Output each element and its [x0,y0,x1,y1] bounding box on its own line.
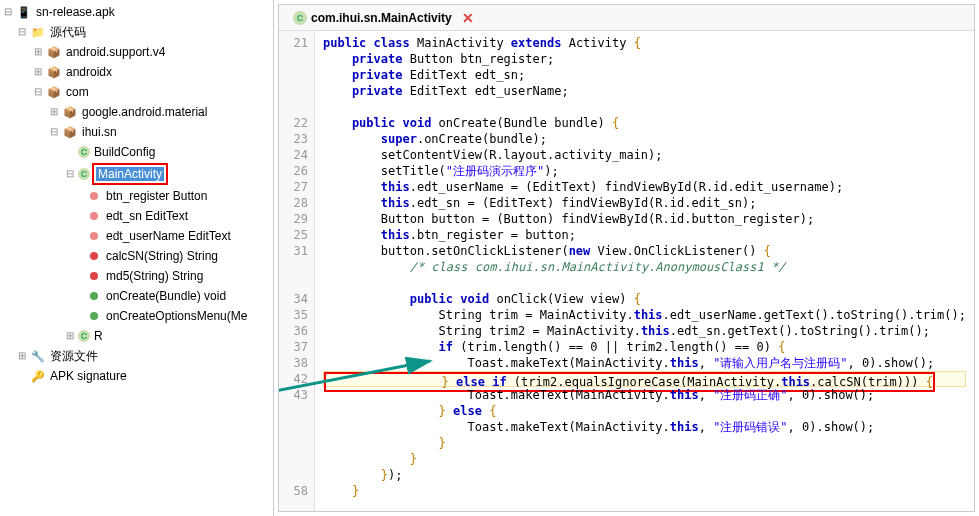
line-number: 38 [279,355,308,371]
code-line[interactable]: this.edt_userName = (EditText) findViewB… [323,179,966,195]
line-number [279,83,308,99]
toggle-icon[interactable]: ⊞ [16,347,28,365]
code-line[interactable]: Toast.makeText(MainActivity.this, "请输入用户… [323,355,966,371]
tree-source[interactable]: ⊟ 📁 源代码 [0,22,273,42]
toggle-icon[interactable]: ⊟ [48,123,60,141]
code-body[interactable]: public class MainActivity extends Activi… [315,31,974,511]
code-line[interactable]: private Button btn_register; [323,51,966,67]
code-line[interactable]: private EditText edt_userName; [323,83,966,99]
highlight-box: MainActivity [92,163,168,185]
tab-mainactivity[interactable]: C com.ihui.sn.MainActivity ✕ [287,8,480,28]
code-line[interactable]: setTitle("注册码演示程序"); [323,163,966,179]
tree-label: btn_register Button [104,187,209,205]
code-line[interactable]: if (trim.length() == 0 || trim2.length()… [323,339,966,355]
tree-pkg[interactable]: ⊞ 📦 google.android.material [0,102,273,122]
toggle-icon[interactable]: ⊟ [32,83,44,101]
code-line[interactable]: String trim2 = MainActivity.this.edt_sn.… [323,323,966,339]
tab-label: com.ihui.sn.MainActivity [311,11,452,25]
code-line[interactable] [323,99,966,115]
method-icon [86,268,102,284]
toggle-icon[interactable]: ⊟ [16,23,28,41]
tree-label: md5(String) String [104,267,205,285]
tree-method[interactable]: onCreate(Bundle) void [0,286,273,306]
tree-class[interactable]: ⊞ C R [0,326,273,346]
code-line[interactable]: } [323,451,966,467]
package-icon: 📦 [62,104,78,120]
code-line[interactable]: this.edt_sn = (EditText) findViewById(R.… [323,195,966,211]
tree-label: 源代码 [48,23,88,41]
tree-method[interactable]: md5(String) String [0,266,273,286]
code-line[interactable]: } else { [323,403,966,419]
line-number [279,99,308,115]
line-number: 43 [279,387,308,403]
toggle-icon[interactable]: ⊞ [48,103,60,121]
package-icon: 📦 [46,84,62,100]
tab-bar: C com.ihui.sn.MainActivity ✕ [279,5,974,31]
line-number: 31 [279,243,308,259]
tree-method[interactable]: calcSN(String) String [0,246,273,266]
tree-method[interactable]: onCreateOptionsMenu(Me [0,306,273,326]
tree-label: ihui.sn [80,123,119,141]
toggle-icon[interactable]: ⊞ [32,43,44,61]
tree-class-mainactivity[interactable]: ⊟ C MainActivity [0,162,273,186]
tree-pkg[interactable]: ⊞ 📦 android.support.v4 [0,42,273,62]
tree-field[interactable]: btn_register Button [0,186,273,206]
tree-pkg[interactable]: ⊞ 📦 androidx [0,62,273,82]
class-icon: C [78,168,90,180]
tree-label: sn-release.apk [34,3,117,21]
close-icon[interactable]: ✕ [462,10,474,26]
code-line[interactable] [323,275,966,291]
toggle-icon[interactable]: ⊞ [32,63,44,81]
line-number [279,403,308,419]
line-number: 22 [279,115,308,131]
toggle-icon[interactable]: ⊟ [64,165,76,183]
toggle-icon[interactable]: ⊞ [64,327,76,345]
toggle-icon[interactable]: ⊟ [2,3,14,21]
code-line[interactable]: setContentView(R.layout.activity_main); [323,147,966,163]
key-icon: 🔑 [30,368,46,384]
code-line[interactable]: Toast.makeText(MainActivity.this, "注册码错误… [323,419,966,435]
tree-label: calcSN(String) String [104,247,220,265]
tree-label: APK signature [48,367,129,385]
line-number: 23 [279,131,308,147]
tree-pkg-com[interactable]: ⊟ 📦 com [0,82,273,102]
code-line[interactable]: super.onCreate(bundle); [323,131,966,147]
line-number: 28 [279,195,308,211]
method-icon [86,308,102,324]
code-line[interactable]: public void onClick(View view) { [323,291,966,307]
tree-field[interactable]: edt_sn EditText [0,206,273,226]
tree-pkg-ihui[interactable]: ⊟ 📦 ihui.sn [0,122,273,142]
class-icon: C [78,146,90,158]
code-line[interactable]: Button button = (Button) findViewById(R.… [323,211,966,227]
code-line[interactable]: public class MainActivity extends Activi… [323,35,966,51]
code-line[interactable]: this.btn_register = button; [323,227,966,243]
code-line[interactable]: String trim = MainActivity.this.edt_user… [323,307,966,323]
line-number [279,435,308,451]
code-line[interactable]: } [323,435,966,451]
code-line[interactable]: } [323,483,966,499]
field-icon [86,228,102,244]
code-line[interactable]: button.setOnClickListener(new View.OnCli… [323,243,966,259]
line-number: 25 [279,227,308,243]
code-editor[interactable]: 212223242627282925313435363738424358 pub… [279,31,974,511]
tree-class[interactable]: C BuildConfig [0,142,273,162]
code-line[interactable]: }); [323,467,966,483]
line-number: 27 [279,179,308,195]
tree-signature[interactable]: 🔑 APK signature [0,366,273,386]
tree-field[interactable]: edt_userName EditText [0,226,273,246]
code-line[interactable]: Toast.makeText(MainActivity.this, "注册码正确… [323,387,966,403]
line-number [279,259,308,275]
field-icon [86,208,102,224]
apk-icon: 📱 [16,4,32,20]
tree-root[interactable]: ⊟ 📱 sn-release.apk [0,2,273,22]
code-line[interactable]: public void onCreate(Bundle bundle) { [323,115,966,131]
code-line[interactable]: private EditText edt_sn; [323,67,966,83]
line-number: 26 [279,163,308,179]
line-number: 24 [279,147,308,163]
tree-resources[interactable]: ⊞ 🔧 资源文件 [0,346,273,366]
project-tree[interactable]: ⊟ 📱 sn-release.apk ⊟ 📁 源代码 ⊞ 📦 android.s… [0,0,274,516]
tree-label: com [64,83,91,101]
code-line[interactable]: } else if (trim2.equalsIgnoreCase(MainAc… [323,371,966,387]
code-line[interactable]: /* class com.ihui.sn.MainActivity.Anonym… [323,259,966,275]
resource-icon: 🔧 [30,348,46,364]
